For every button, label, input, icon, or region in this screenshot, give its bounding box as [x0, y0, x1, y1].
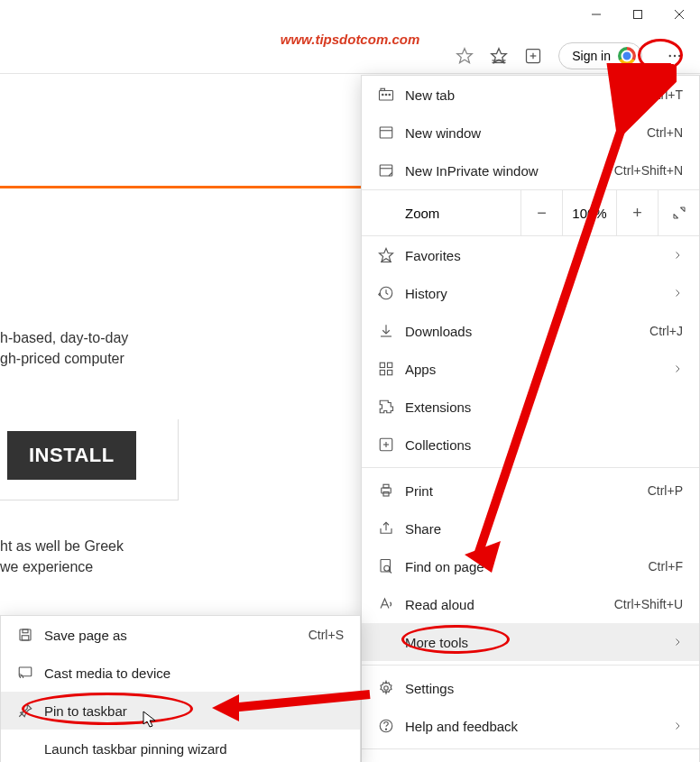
find-icon: [378, 558, 405, 574]
chrome-profile-icon: [618, 47, 636, 65]
menu-help[interactable]: Help and feedback: [362, 707, 699, 745]
menu-separator: [362, 665, 699, 666]
svg-rect-35: [382, 488, 391, 493]
menu-label: New tab: [405, 87, 649, 103]
menu-inprivate[interactable]: New InPrivate window Ctrl+Shift+N: [362, 151, 699, 189]
minimize-button[interactable]: [576, 0, 617, 29]
submenu-launch-wizard[interactable]: Launch taskbar pinning wizard: [1, 730, 360, 762]
svg-point-17: [385, 94, 387, 96]
print-icon: [378, 482, 405, 499]
svg-rect-29: [388, 363, 392, 367]
svg-rect-48: [22, 636, 29, 640]
more-tools-submenu: Save page as Ctrl+S Cast media to device…: [0, 615, 361, 762]
menu-separator: [362, 748, 699, 749]
menu-separator: [362, 467, 699, 468]
menu-new-window[interactable]: New window Ctrl+N: [362, 114, 699, 151]
settings-menu: New tab Ctrl+T New window Ctrl+N New InP…: [361, 75, 700, 762]
svg-rect-47: [23, 629, 28, 633]
menu-find[interactable]: Find on page Ctrl+F: [362, 547, 699, 585]
menu-favorites[interactable]: Favorites: [362, 236, 699, 274]
zoom-in-button[interactable]: +: [616, 190, 658, 235]
chevron-right-icon: [672, 363, 683, 374]
help-icon: [378, 718, 405, 734]
submenu-pin-taskbar[interactable]: Pin to taskbar: [1, 692, 360, 730]
chevron-right-icon: [672, 250, 683, 261]
svg-rect-19: [380, 127, 392, 138]
page-divider: [0, 186, 361, 188]
zoom-out-button[interactable]: −: [520, 190, 562, 235]
signin-button[interactable]: Sign in: [558, 42, 642, 69]
svg-point-45: [385, 729, 386, 730]
svg-marker-23: [380, 249, 393, 262]
more-menu-button[interactable]: [659, 41, 691, 70]
page-text-fragment-2: ht as well be Greek we experience: [0, 536, 124, 577]
inprivate-icon: [378, 162, 405, 179]
add-favorite-icon[interactable]: [456, 47, 474, 65]
menu-more-tools[interactable]: More tools: [362, 623, 699, 661]
zoom-percent: 100%: [562, 190, 616, 235]
menu-collections[interactable]: Collections: [362, 426, 699, 464]
submenu-save-as[interactable]: Save page as Ctrl+S: [1, 616, 360, 654]
new-tab-icon: [378, 87, 405, 103]
share-icon: [378, 520, 405, 537]
chevron-right-icon: [672, 721, 683, 731]
svg-point-16: [382, 94, 384, 96]
pin-icon: [17, 702, 44, 719]
menu-new-tab[interactable]: New tab Ctrl+T: [362, 76, 699, 114]
downloads-icon: [378, 323, 405, 339]
read-aloud-icon: [378, 596, 405, 612]
apps-icon: [378, 361, 405, 377]
svg-rect-31: [388, 371, 392, 375]
chevron-right-icon: [672, 637, 683, 647]
menu-downloads[interactable]: Downloads Ctrl+J: [362, 312, 699, 350]
svg-point-43: [384, 686, 389, 691]
svg-rect-15: [381, 88, 385, 90]
svg-marker-4: [457, 48, 473, 62]
menu-print[interactable]: Print Ctrl+P: [362, 472, 699, 510]
favorites-icon[interactable]: [490, 47, 508, 65]
gear-icon: [378, 680, 405, 696]
menu-read-aloud[interactable]: Read aloud Ctrl+Shift+U: [362, 585, 699, 623]
fullscreen-button[interactable]: [658, 190, 699, 235]
extensions-icon: [378, 399, 405, 415]
svg-rect-30: [380, 371, 384, 375]
menu-settings[interactable]: Settings: [362, 669, 699, 707]
svg-point-40: [384, 565, 390, 571]
save-icon: [17, 627, 44, 643]
svg-rect-1: [634, 11, 642, 19]
cast-icon: [17, 665, 44, 681]
collections-icon[interactable]: [524, 47, 542, 65]
menu-close-edge[interactable]: Close Microsoft Edge: [362, 753, 699, 762]
mouse-cursor-icon: [143, 711, 159, 729]
collections-menu-icon: [378, 436, 405, 453]
page-text-fragment: h-based, day-to-day gh-priced computer: [0, 327, 128, 369]
install-button[interactable]: INSTALL: [7, 431, 136, 480]
svg-rect-28: [380, 363, 384, 367]
svg-point-13: [678, 54, 680, 56]
menu-extensions[interactable]: Extensions: [362, 388, 699, 426]
menu-zoom-row: Zoom − 100% +: [362, 189, 699, 236]
watermark-text: www.tipsdotcom.com: [281, 32, 419, 47]
menu-share[interactable]: Share: [362, 510, 699, 547]
svg-rect-36: [383, 484, 389, 488]
chevron-right-icon: [672, 288, 683, 298]
svg-point-11: [669, 54, 671, 56]
history-icon: [378, 285, 405, 301]
new-window-icon: [378, 124, 405, 141]
svg-point-12: [674, 54, 676, 56]
svg-point-18: [389, 94, 391, 96]
menu-history[interactable]: History: [362, 274, 699, 312]
maximize-button[interactable]: [617, 0, 659, 29]
svg-marker-57: [143, 712, 155, 727]
svg-rect-37: [383, 492, 389, 497]
submenu-cast[interactable]: Cast media to device: [1, 654, 360, 692]
menu-shortcut: Ctrl+T: [649, 87, 684, 102]
menu-apps[interactable]: Apps: [362, 350, 699, 388]
close-window-button[interactable]: [659, 0, 700, 29]
signin-label: Sign in: [572, 49, 611, 63]
favorites-menu-icon: [378, 247, 405, 263]
zoom-label: Zoom: [362, 206, 520, 221]
